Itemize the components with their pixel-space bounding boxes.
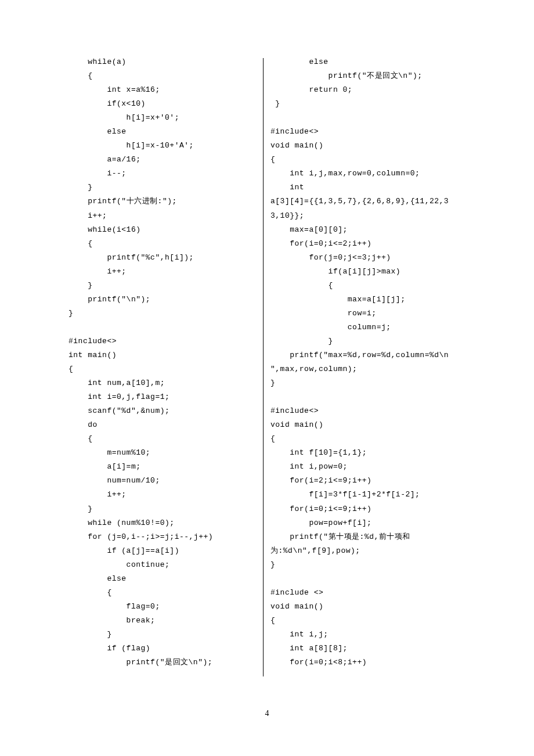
page-number: 4 [0,706,534,721]
two-column-layout: while(a) { int x=a%16; if(x<10) h[i]=x+'… [68,55,466,679]
right-column-code: else printf("不是回文\n"); return 0; } #incl… [264,55,466,679]
document-page: while(a) { int x=a%16; if(x<10) h[i]=x+'… [0,0,534,756]
left-column-code: while(a) { int x=a%16; if(x<10) h[i]=x+'… [68,55,263,679]
